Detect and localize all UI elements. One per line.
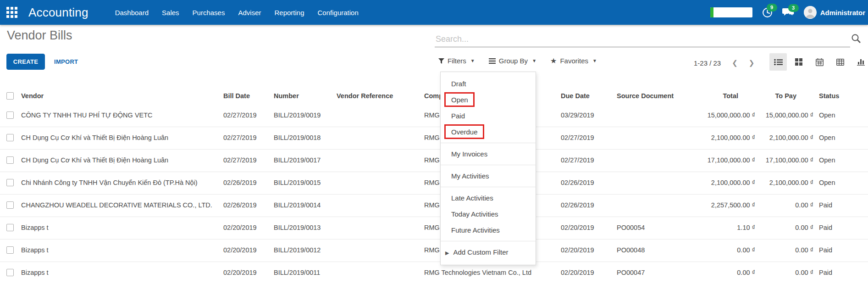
cell-due-date: 02/27/2019 (561, 127, 611, 149)
table-row[interactable]: CÔNG TY TNHH THU PHÍ TỰ ĐỘNG VETC 02/27/… (0, 105, 868, 127)
table-row[interactable]: Bizapps t 02/20/2019 BILL/2019/0013 RMG … (0, 217, 868, 239)
select-all-checkbox[interactable] (6, 92, 14, 100)
list-view-button[interactable] (769, 53, 787, 71)
graph-view-button[interactable] (852, 53, 868, 71)
import-button[interactable]: IMPORT (51, 54, 81, 70)
cell-to-pay: 0.00 ₫ (758, 217, 813, 239)
calendar-view-icon (816, 58, 824, 66)
table-row[interactable]: CH Dụng Cụ Cơ Khí và Thiết Bị Điện Hoàng… (0, 150, 868, 172)
activities-badge: 9 (767, 4, 777, 11)
column-header-number[interactable]: Number (274, 87, 333, 105)
filter-item-open[interactable]: Open (441, 92, 536, 108)
cell-to-pay: 2,100,000.00 ₫ (758, 172, 813, 194)
pager-next-button[interactable]: ❯ (749, 59, 755, 67)
favorites-button[interactable]: ★ Favorites ▼ (550, 57, 597, 65)
filter-item-draft[interactable]: Draft (441, 76, 536, 92)
cell-number: BILL/2019/0011 (274, 262, 333, 284)
cell-total: 0.00 ₫ (673, 239, 755, 261)
cell-number: BILL/2019/0018 (274, 127, 333, 149)
search-input[interactable] (435, 31, 850, 47)
cell-status: Open (819, 127, 865, 149)
filter-item-my-activities[interactable]: My Activities (441, 168, 536, 184)
cell-status: Paid (819, 217, 865, 239)
column-header-vendor[interactable]: Vendor (21, 87, 223, 105)
table-row[interactable]: Bizapps t 02/20/2019 BILL/2019/0011 RMG … (0, 262, 868, 284)
row-checkbox[interactable] (6, 179, 14, 186)
filters-button[interactable]: Filters ▼ (438, 57, 475, 65)
menu-separator (441, 241, 536, 241)
pager-previous-button[interactable]: ❮ (732, 59, 738, 67)
kanban-view-button[interactable] (790, 53, 807, 71)
cell-vendor: CH Dụng Cụ Cơ Khí và Thiết Bị Điện Hoàng… (21, 150, 223, 171)
messages-button[interactable]: 3 (782, 7, 795, 18)
search-options-bar: Filters ▼ Group By ▼ ★ Favorites ▼ (438, 57, 597, 65)
cell-total: 2,100,000.00 ₫ (673, 127, 755, 149)
column-header-bill-date[interactable]: Bill Date (223, 87, 269, 105)
view-switcher (769, 53, 868, 71)
add-custom-filter-item[interactable]: ▶Add Custom Filter (441, 244, 536, 261)
row-checkbox[interactable] (6, 269, 14, 276)
table-row[interactable]: CHANGZHOU WEADELL DECORATIVE MATERIALS C… (0, 195, 868, 217)
apps-menu-button[interactable] (6, 7, 17, 18)
cell-vendor: Bizapps t (21, 262, 223, 284)
cell-due-date: 02/20/2019 (561, 217, 611, 239)
group-by-button[interactable]: Group By ▼ (489, 57, 536, 65)
menu-separator (441, 143, 536, 143)
column-header-to-pay[interactable]: To Pay (714, 87, 796, 105)
cell-vendor: CHANGZHOU WEADELL DECORATIVE MATERIALS C… (21, 195, 223, 216)
chevron-down-icon: ▼ (532, 58, 536, 63)
row-checkbox[interactable] (6, 246, 14, 254)
activities-button[interactable]: 9 (762, 7, 773, 18)
menu-item-configuration[interactable]: Configuration (318, 9, 359, 17)
create-button[interactable]: CREATE (6, 54, 45, 70)
cell-status: Paid (819, 262, 865, 284)
table-body: CÔNG TY TNHH THU PHÍ TỰ ĐỘNG VETC 02/27/… (0, 105, 868, 284)
table-row[interactable]: Chi Nhánh Công ty TNHH Vận Chuyển Kiến Đ… (0, 172, 868, 195)
menu-item-dashboard[interactable]: Dashboard (115, 9, 149, 17)
star-icon: ★ (550, 58, 557, 64)
cell-source-document: PO00047 (617, 262, 676, 284)
cell-total: 15,000,000.00 ₫ (673, 105, 755, 126)
column-header-vendor-reference[interactable]: Vendor Reference (337, 87, 419, 105)
main-menu: DashboardSalesPurchasesAdviserReportingC… (115, 9, 359, 17)
cell-total: 17,100,000.00 ₫ (673, 150, 755, 171)
filter-item-late-activities[interactable]: Late Activities (441, 190, 536, 206)
table-row[interactable]: CH Dụng Cụ Cơ Khí và Thiết Bị Điện Hoàng… (0, 127, 868, 150)
top-navbar: Accounting DashboardSalesPurchasesAdvise… (0, 0, 868, 25)
search-magnifier-icon[interactable] (851, 33, 862, 45)
menu-item-reporting[interactable]: Reporting (274, 9, 304, 17)
column-header-status[interactable]: Status (819, 87, 865, 105)
row-checkbox[interactable] (6, 224, 14, 231)
row-checkbox[interactable] (6, 201, 14, 209)
pivot-view-button[interactable] (831, 53, 849, 71)
chevron-down-icon: ▼ (592, 58, 597, 63)
pager-value[interactable]: 1-23 / 23 (694, 59, 721, 67)
cell-bill-date: 02/20/2019 (223, 217, 269, 239)
accounting-app-window: Accounting DashboardSalesPurchasesAdvise… (0, 0, 868, 284)
timer-widget[interactable] (710, 7, 752, 17)
filter-item-future-activities[interactable]: Future Activities (441, 222, 536, 238)
menu-item-adviser[interactable]: Adviser (238, 9, 261, 17)
filter-funnel-icon (438, 58, 444, 64)
row-checkbox[interactable] (6, 156, 14, 164)
calendar-view-button[interactable] (811, 53, 828, 71)
menu-item-purchases[interactable]: Purchases (193, 9, 225, 17)
app-name[interactable]: Accounting (28, 6, 88, 20)
filter-item-today-activities[interactable]: Today Activities (441, 206, 536, 222)
row-checkbox[interactable] (6, 134, 14, 141)
filter-item-my-invoices[interactable]: My Invoices (441, 146, 536, 162)
filter-status-group: DraftOpenPaidOverdue (441, 76, 536, 140)
cell-number: BILL/2019/0017 (274, 150, 333, 171)
filter-item-overdue[interactable]: Overdue (441, 124, 536, 140)
user-menu[interactable]: Administrator (804, 6, 865, 19)
column-header-due-date[interactable]: Due Date (561, 87, 611, 105)
table-row[interactable]: Bizapps t 02/20/2019 BILL/2019/0012 RMG … (0, 239, 868, 262)
cell-total: 0.00 ₫ (673, 262, 755, 284)
cell-bill-date: 02/20/2019 (223, 262, 269, 284)
cell-total: 2,257,500.00 ₫ (673, 195, 755, 216)
menu-item-sales[interactable]: Sales (162, 9, 179, 17)
row-checkbox[interactable] (6, 111, 14, 119)
timer-progress-bar (710, 7, 713, 17)
cell-due-date: 02/26/2019 (561, 172, 611, 194)
filter-item-paid[interactable]: Paid (441, 108, 536, 124)
